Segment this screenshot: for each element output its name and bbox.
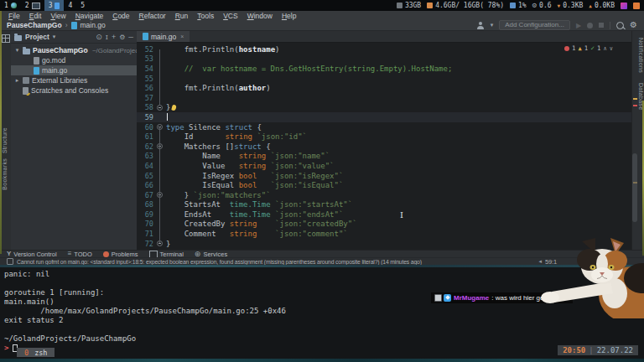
scrollbar-thumb[interactable] — [632, 153, 637, 222]
menu-run[interactable]: Run — [175, 12, 189, 20]
tool-button-notifications[interactable]: Notifications — [638, 38, 644, 73]
menu-file[interactable]: File — [8, 12, 20, 20]
gear-small-button[interactable] — [119, 34, 125, 41]
project-tool-icon[interactable] — [2, 34, 10, 43]
tree-item-pausechampgo[interactable]: ▾PauseChampGo ~/GolandProjects/PauseCham… — [11, 45, 137, 55]
workspace-number: 1 — [4, 2, 8, 9]
menu-bar: FileEditViewNavigateCodeRefactorRunTools… — [0, 11, 644, 20]
gofile-icon — [34, 67, 39, 75]
gear-small-icon — [119, 34, 125, 41]
locate-button[interactable] — [96, 34, 102, 41]
gutter-fold-column — [153, 105, 165, 111]
fold-range-line — [159, 49, 160, 105]
stop-icon[interactable] — [599, 23, 604, 28]
folder-icon — [23, 49, 30, 54]
inspection-count: 1 — [597, 44, 601, 52]
project-tree: ▾PauseChampGo ~/GolandProjects/PauseCham… — [11, 44, 137, 96]
fold-icon[interactable] — [157, 105, 163, 111]
code-text: fmt.Println(hostname) — [166, 45, 279, 54]
line-number: 55 — [137, 75, 153, 83]
gomod-icon — [34, 57, 39, 65]
search-icon[interactable] — [616, 22, 624, 29]
tmux-window-tab[interactable]: 0 zsh — [17, 348, 55, 357]
workspace-4[interactable]: 4 — [64, 0, 76, 11]
tree-item-label: go.mod — [42, 56, 65, 65]
code-line-57: 57 — [137, 93, 631, 103]
tool-button-bookmarks[interactable]: Bookmarks — [2, 158, 8, 190]
add-configuration-button[interactable]: Add Configuration... — [499, 20, 570, 30]
settings-gear-icon[interactable] — [630, 21, 637, 29]
menu-edit[interactable]: Edit — [29, 12, 42, 20]
collapse-button[interactable] — [106, 34, 108, 41]
tree-item-external-libraries[interactable]: ▸External Libraries — [11, 75, 137, 85]
user-icon[interactable] — [477, 22, 485, 29]
tree-item-go-mod[interactable]: go.mod — [11, 55, 137, 65]
menu-tools[interactable]: Tools — [197, 12, 214, 20]
code-line-64: 64 Value string `json:"value"` — [137, 161, 631, 171]
warning-stripe-mark[interactable] — [633, 98, 637, 100]
tree-item-label: Scratches and Consoles — [31, 86, 108, 95]
debug-icon[interactable] — [587, 23, 593, 28]
code-text: } — [166, 240, 170, 248]
prev-problem-icon[interactable]: ∧ — [604, 45, 607, 52]
tmux-date: 22.07.22 — [597, 346, 633, 354]
sys-stat-value: 0.3KB — [563, 2, 583, 9]
code-line-56: 56 fmt.Println(author) — [137, 83, 631, 93]
code-line-70: 70 CreatedBy string `json:"createdBy"` — [137, 220, 631, 230]
menu-vcs[interactable]: VCS — [223, 12, 237, 20]
close-tab-icon[interactable]: × — [180, 34, 184, 39]
workspace-number: 2 — [25, 2, 29, 9]
chevron-down-icon[interactable]: ▾ — [53, 34, 56, 40]
code-text: CreatedBy string `json:"createdBy"` — [166, 220, 357, 228]
code-editor-area[interactable]: 52 fmt.Println(hostname)5354 // var host… — [137, 42, 631, 250]
minimize-button[interactable] — [128, 34, 133, 41]
code-text: IsRegex bool `json:"isRegex"` — [166, 172, 343, 180]
run-icon[interactable] — [576, 22, 581, 29]
status-message[interactable]: Cannot run gofmt on main.go: <standard i… — [17, 259, 422, 265]
menu-view[interactable]: View — [50, 12, 65, 20]
sys-stat-value: 4.6GB/ 16GB( 78%) — [435, 2, 504, 9]
ide-window: FileEditViewNavigateCodeRefactorRunTools… — [0, 11, 644, 265]
tree-arrow-icon — [25, 68, 31, 74]
breadcrumb-file[interactable]: main.go — [80, 21, 106, 29]
line-number: 69 — [137, 210, 153, 219]
menu-window[interactable]: Window — [247, 12, 273, 20]
menu-refactor[interactable]: Refactor — [139, 12, 166, 20]
next-problem-icon[interactable]: ∨ — [610, 45, 613, 52]
workspace-2[interactable]: 2 — [21, 0, 44, 11]
tool-button-structure[interactable]: Structure — [2, 127, 8, 153]
run-toolbar: ▾ Add Configuration... — [477, 20, 637, 30]
code-line-66: 66 IsEqual bool `json:"isEqual"` — [137, 180, 631, 190]
code-text: } — [166, 103, 170, 111]
text-caret — [167, 113, 168, 121]
tray1-icon — [621, 3, 627, 9]
code-line-55: 55 — [137, 74, 631, 84]
breadcrumb-project[interactable]: PauseChampGo — [7, 21, 62, 29]
workspace-1[interactable]: 1 — [0, 0, 21, 11]
tab-main-go[interactable]: main.go × — [137, 31, 190, 42]
vcs-icon — [7, 251, 11, 257]
chevron-down-icon[interactable]: ▾ — [491, 22, 494, 28]
tmux-window-index: 0 — [24, 349, 29, 357]
menu-help[interactable]: Help — [282, 12, 296, 20]
line-number: 70 — [137, 220, 153, 228]
plus-button[interactable] — [112, 34, 116, 41]
toolbar-row: PauseChampGo › main.go ▾ Add Configurati… — [0, 20, 644, 31]
workspace-3[interactable]: 3 — [44, 0, 65, 11]
tree-item-scratches-and-consoles[interactable]: Scratches and Consoles — [11, 85, 137, 96]
event-log-icon[interactable] — [7, 258, 13, 265]
tmux-clock: 20:50 | 22.07.22 — [558, 345, 638, 355]
left-tool-strip: Structure Bookmarks — [0, 31, 12, 250]
tree-arrow-icon: ▸ — [14, 77, 20, 84]
project-panel-title[interactable]: Project — [25, 33, 49, 41]
tree-item-main-go[interactable]: main.go — [11, 65, 137, 75]
error-stripe-mark[interactable] — [633, 105, 637, 106]
workspace-5[interactable]: 5 — [76, 0, 89, 11]
wallpaper-strip-bottom — [0, 359, 644, 362]
mouse-ibeam-cursor: I — [400, 210, 403, 220]
prompt-symbol: > — [4, 344, 8, 353]
menu-code[interactable]: Code — [112, 12, 129, 20]
inspection-count: 1 — [584, 44, 589, 52]
scratch-icon — [23, 87, 29, 95]
menu-navigate[interactable]: Navigate — [75, 12, 104, 20]
